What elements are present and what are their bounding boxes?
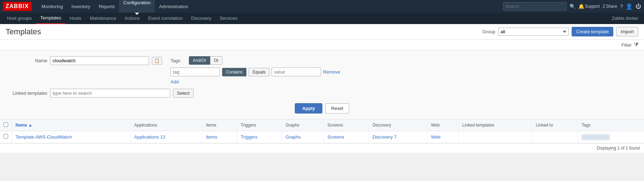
col-linked-templates: Linked templates [459,119,532,131]
contains-button[interactable]: Contains [222,68,246,76]
logo[interactable]: ZABBIX [3,2,32,11]
page-header-right: Group all Templates/Applications Templat… [483,27,638,36]
col-triggers: Triggers [237,119,282,131]
row-checkbox-cell [0,131,12,143]
nav-reports[interactable]: Reports [95,0,119,13]
subnav-maintenance[interactable]: Maintenance [86,13,120,24]
subnav-host-groups[interactable]: Host groups [3,13,36,24]
group-label: Group [483,29,495,34]
support-link[interactable]: 🔔 Support [578,4,600,9]
header-checkbox-cell [0,119,12,131]
row-linked-to-cell [532,131,578,143]
col-tags: Tags [578,119,644,131]
tag-value-input[interactable] [272,68,321,76]
name-filter-input[interactable] [50,56,149,65]
name-filter-label: Name [8,58,47,63]
tags-label: Tags [171,58,185,63]
col-applications: Applications [131,119,202,131]
applications-link[interactable]: Applications 13 [134,134,165,140]
select-all-checkbox[interactable] [4,122,8,127]
linked-templates-search-input[interactable] [50,89,170,98]
row-graphs-cell: Graphs [282,131,324,143]
templates-table: Name ▲ Applications Items Triggers Graph… [0,119,644,143]
filter-bar: Filter ⧩ [0,40,644,51]
share-icon: Z [603,4,605,9]
templates-table-container: Name ▲ Applications Items Triggers Graph… [0,119,644,153]
filter-fields-row: Name 📋 Tags And/Or Or Contains Equals Re… [8,56,636,84]
tag-badge [582,134,610,140]
add-tag-row: Add [171,79,340,84]
logout-icon[interactable]: ⏻ [636,3,641,10]
subnav-templates[interactable]: Templates [36,13,65,24]
subnav-actions[interactable]: Actions [120,13,144,24]
nav-active-arrow [135,13,139,15]
discovery-link[interactable]: Discovery 7 [372,134,396,140]
row-discovery-cell: Discovery 7 [369,131,428,143]
share-link[interactable]: Z Share [603,4,617,9]
row-linked-templates-cell [459,131,532,143]
name-copy-icon-button[interactable]: 📋 [152,57,162,65]
col-name: Name ▲ [12,119,131,131]
tags-header-row: Tags And/Or Or [171,56,340,65]
reset-filter-button[interactable]: Reset [325,103,349,113]
nav-monitoring[interactable]: Monitoring [37,0,67,13]
table-header-row: Name ▲ Applications Items Triggers Graph… [0,119,644,131]
nav-administration[interactable]: Administration [155,0,192,13]
group-select[interactable]: all Templates/Applications Templates/Dat… [498,28,569,36]
tag-input-row: Contains Equals Remove [171,68,340,76]
subnav-event-correlation[interactable]: Event correlation [144,13,187,24]
linked-templates-select-button[interactable]: Select [173,89,193,98]
table-footer: Displaying 1 of 1 found [0,143,644,153]
tags-and-or-toggle: And/Or Or [189,56,222,65]
global-search-input[interactable] [503,2,567,11]
search-icon[interactable]: 🔍 [570,4,576,9]
row-tags-cell [578,131,644,143]
col-screens: Screens [324,119,369,131]
top-nav: ZABBIX Monitoring Inventory Reports Conf… [0,0,644,13]
tags-section: Tags And/Or Or Contains Equals Remove Ad… [171,56,340,84]
template-name-link[interactable]: Template AWS-CloudWatch [16,134,72,140]
top-nav-right: 🔍 🔔 Support Z Share ? 👤 ⏻ [503,2,641,11]
support-icon: 🔔 [578,4,584,9]
apply-filter-button[interactable]: Apply [295,103,322,113]
equals-button[interactable]: Equals [249,68,269,76]
create-template-button[interactable]: Create template [572,27,614,36]
subnav-discovery[interactable]: Discovery [187,13,215,24]
row-triggers-cell: Triggers [237,131,282,143]
web-link[interactable]: Web [431,134,441,140]
user-icon[interactable]: 👤 [626,3,633,10]
filter-icon[interactable]: ⧩ [634,42,638,48]
col-name-sort-link[interactable]: Name ▲ [16,123,32,128]
col-linked-to: Linked to [532,119,578,131]
and-or-button[interactable]: And/Or [189,56,210,65]
filter-bar-label: Filter [621,42,632,48]
row-name-cell: Template AWS-CloudWatch [12,131,131,143]
import-button[interactable]: Import [616,27,638,36]
remove-tag-link[interactable]: Remove [323,69,340,75]
tag-name-input[interactable] [171,68,220,76]
nav-inventory[interactable]: Inventory [67,0,94,13]
filter-panel: Name 📋 Tags And/Or Or Contains Equals Re… [0,51,644,119]
row-checkbox[interactable] [4,134,8,139]
add-tag-link[interactable]: Add [171,79,179,84]
linked-templates-row: Linked templates Select [8,89,636,98]
top-nav-links: Monitoring Inventory Reports Configurati… [37,0,503,13]
screens-link[interactable]: Screens [327,134,344,140]
help-icon[interactable]: ? [620,4,623,9]
row-web-cell: Web [427,131,458,143]
filter-actions: Apply Reset [8,103,636,113]
subnav-hosts[interactable]: Hosts [65,13,85,24]
or-button[interactable]: Or [210,56,222,65]
graphs-link[interactable]: Graphs [286,134,301,140]
name-filter-group: Name 📋 [8,56,162,65]
subnav-services[interactable]: Services [215,13,242,24]
items-link[interactable]: Items [206,134,217,140]
linked-templates-label: Linked templates [8,90,47,96]
col-graphs: Graphs [282,119,324,131]
col-web: Web [427,119,458,131]
triggers-link[interactable]: Triggers [241,134,257,140]
table-row: Template AWS-CloudWatch Applications 13 … [0,131,644,143]
col-discovery: Discovery [369,119,428,131]
nav-configuration[interactable]: Configuration [119,0,155,13]
instance-label: Zabbix docker [612,16,641,21]
